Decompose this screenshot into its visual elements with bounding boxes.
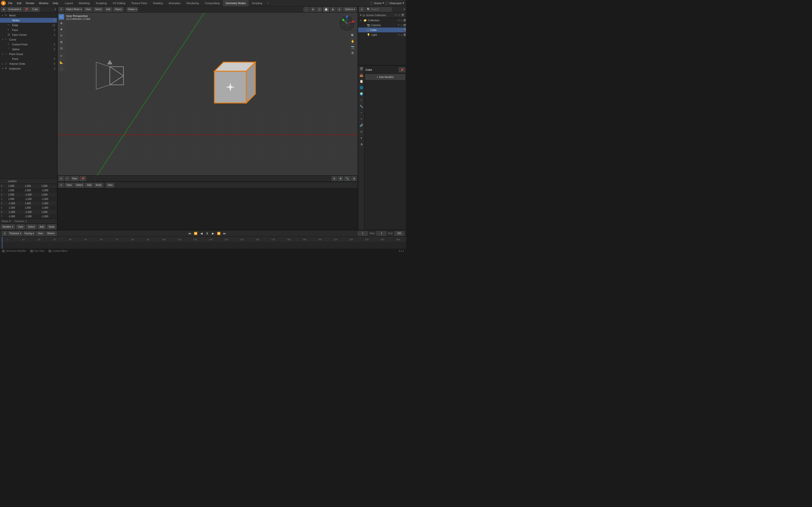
- output-props-icon[interactable]: 📤: [358, 72, 364, 78]
- view-button[interactable]: View: [16, 225, 25, 229]
- jump-start-btn[interactable]: ⏮: [187, 231, 192, 236]
- outliner-mode-icon[interactable]: ⊙: [359, 7, 364, 12]
- viewport-container[interactable]: ⊙ Object Mode ▾ View Select Add Object G…: [57, 6, 358, 181]
- outliner-cube[interactable]: ⬡ Cube 👁 ◎ 🎬: [358, 27, 406, 32]
- keying-dropdown[interactable]: Keying ▾: [23, 231, 35, 236]
- pan-button[interactable]: ✋: [350, 39, 355, 44]
- select-button[interactable]: Select: [27, 225, 37, 229]
- tab-compositing[interactable]: Compositing: [202, 0, 223, 6]
- tree-item-vertex[interactable]: · Vertex 8: [0, 18, 57, 23]
- rotate-tool[interactable]: ↻: [58, 33, 64, 39]
- outliner-camera[interactable]: 📷 Camera 👁 ◎ 🎬: [358, 23, 406, 27]
- new-btn[interactable]: New: [70, 176, 79, 181]
- playback-dropdown[interactable]: Playback ▾: [8, 231, 22, 236]
- node-editor-canvas[interactable]: [57, 188, 358, 230]
- node-add-btn[interactable]: Add: [85, 183, 93, 187]
- tree-item-volume-grids[interactable]: ▸ ⬚ Volume Grids 0: [0, 61, 57, 66]
- object-props-icon[interactable]: ⬡: [358, 97, 364, 103]
- object-name-display[interactable]: Cube: [31, 7, 40, 12]
- shader-props-icon[interactable]: ◑: [358, 141, 364, 147]
- tab-uv-editing[interactable]: UV Editing: [110, 0, 128, 6]
- object-pin-button[interactable]: 📌: [23, 7, 30, 12]
- shading-render[interactable]: ◎: [337, 7, 342, 12]
- menu-edit[interactable]: Edit: [15, 1, 23, 5]
- menu-help[interactable]: Help: [51, 1, 60, 5]
- tab-shading[interactable]: Shading: [150, 0, 166, 6]
- add-cube-tool[interactable]: ⬚: [58, 66, 64, 71]
- transform-tool[interactable]: ⊟: [58, 45, 64, 51]
- zoom-in-button[interactable]: 🔍: [350, 33, 355, 38]
- tree-item-instances[interactable]: ✦ ✦ Instances 0: [0, 66, 57, 71]
- viewport-add-btn[interactable]: Add: [104, 7, 112, 12]
- shading-material[interactable]: ◍: [330, 7, 336, 12]
- render-props-icon[interactable]: 🎬: [358, 66, 364, 72]
- tab-scripting[interactable]: Scripting: [249, 0, 265, 6]
- tree-item-edge[interactable]: ─ Edge 12: [0, 23, 57, 27]
- move-tool[interactable]: ✥: [58, 26, 64, 32]
- scene-selector[interactable]: Scene ▾: [370, 1, 384, 5]
- timeline-view-btn[interactable]: View: [36, 231, 45, 236]
- play-back-btn[interactable]: ◀: [199, 231, 204, 236]
- camera-view-button[interactable]: 📷: [350, 44, 355, 50]
- node-mode-icon[interactable]: ⊙: [58, 183, 64, 187]
- measure-tool[interactable]: 📐: [58, 59, 64, 65]
- timeline-mode-icon[interactable]: ⊙: [2, 231, 7, 236]
- spreadsheet-filter-button[interactable]: ▿: [55, 8, 56, 11]
- menu-render[interactable]: Render: [24, 1, 37, 5]
- node-select-btn[interactable]: Select: [74, 183, 85, 187]
- stop-btn[interactable]: ⏸: [205, 231, 209, 236]
- viewlayer-selector[interactable]: ViewLayer ▾: [385, 1, 404, 5]
- node-node-btn[interactable]: Node: [94, 183, 103, 187]
- viewport-view-btn[interactable]: View: [84, 7, 93, 12]
- timeline-marker-btn[interactable]: Marker: [46, 231, 57, 236]
- particles-props-icon[interactable]: ⚬: [358, 110, 364, 116]
- grid-btn[interactable]: ⊞: [338, 176, 343, 181]
- quad-view-button[interactable]: ⊞: [350, 50, 355, 56]
- outliner-filter-btn[interactable]: ▿: [404, 8, 405, 11]
- world-props-icon[interactable]: 🌍: [358, 91, 364, 97]
- node-view-btn[interactable]: View: [65, 183, 73, 187]
- constraints-props-icon[interactable]: 🔗: [358, 122, 364, 128]
- tree-item-face[interactable]: ▪ Face 6: [0, 27, 57, 32]
- onion-skin-btn[interactable]: ⊚: [332, 176, 337, 181]
- tab-modeling[interactable]: Modeling: [76, 0, 93, 6]
- pin-properties-btn[interactable]: 📌: [399, 67, 405, 72]
- node-button[interactable]: Node: [47, 225, 56, 229]
- modifier-props-icon[interactable]: 🔧: [358, 103, 364, 110]
- start-frame-input[interactable]: [376, 231, 386, 236]
- material-props-icon[interactable]: ●: [358, 135, 364, 141]
- evaluated-dropdown[interactable]: Evaluated ▾: [7, 7, 22, 12]
- menu-file[interactable]: File: [6, 1, 14, 5]
- snapping-btn[interactable]: 🔧: [344, 176, 350, 181]
- tree-item-face-corner[interactable]: ◫ Face Corner 4: [0, 32, 57, 37]
- annotate-tool[interactable]: ✏: [58, 53, 64, 59]
- tab-geometry-nodes[interactable]: Geometry Nodes: [223, 0, 249, 6]
- viewport-select-btn[interactable]: Select: [93, 7, 103, 12]
- tree-item-point-cloud[interactable]: ▾ ⁘ Point Cloud: [0, 52, 57, 56]
- outliner-light[interactable]: 💡 Light 👁 ◎ 🎬: [358, 32, 406, 37]
- overlay-button[interactable]: ⊕: [310, 7, 316, 12]
- scale-tool[interactable]: ⊞: [58, 39, 64, 45]
- modifier-dropdown[interactable]: Modifier ▾: [1, 225, 15, 229]
- tree-item-spline[interactable]: ⌒ Spline 0: [0, 47, 57, 52]
- physics-props-icon[interactable]: ⚛: [358, 116, 364, 122]
- scene-props-icon[interactable]: 🌐: [358, 84, 364, 91]
- tree-item-point[interactable]: · Point 0: [0, 56, 57, 61]
- tree-item-mesh[interactable]: ▾ ⬡ Mesh: [0, 13, 57, 18]
- pin-btn[interactable]: 📌: [80, 176, 86, 181]
- add-workspace-button[interactable]: +: [266, 2, 270, 5]
- tree-item-control-point[interactable]: ○ Control Point 0: [0, 42, 57, 47]
- options-btn[interactable]: Options ▾: [343, 7, 357, 12]
- select-tool[interactable]: ↖: [58, 14, 64, 20]
- menu-window[interactable]: Window: [37, 1, 50, 5]
- view-layer-icon[interactable]: 📋: [358, 78, 364, 84]
- object-mode-dropdown[interactable]: Object Mode ▾: [65, 7, 83, 12]
- viewport-mode-icon[interactable]: ⊙: [58, 7, 64, 12]
- tab-rendering[interactable]: Rendering: [184, 0, 202, 6]
- timeline-ruler-area[interactable]: 1 10 20 30 40 50 60 70 80 90 100 110 120…: [0, 237, 406, 249]
- tab-texture-paint[interactable]: Texture Paint: [128, 0, 150, 6]
- step-fwd-btn[interactable]: ⏩: [216, 231, 221, 236]
- viewport-mode-selector[interactable]: ⊙: [58, 176, 64, 181]
- shading-solid[interactable]: ⬤: [323, 7, 329, 12]
- current-frame-input[interactable]: [358, 231, 367, 236]
